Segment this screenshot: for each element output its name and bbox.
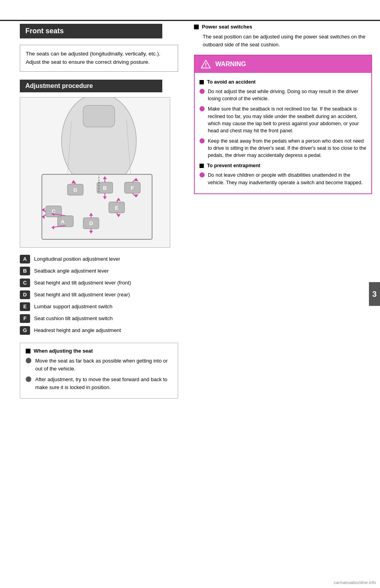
warn-bullet-1: Do not adjust the seat while driving. Do… <box>200 88 367 102</box>
right-top-content: Power seat switches The seat position ca… <box>194 24 372 48</box>
note-header-text: When adjusting the seat <box>34 347 93 355</box>
control-label-row-g: GHeadrest height and angle adjustment <box>20 326 178 335</box>
control-description-f: Seat cushion tilt adjustment switch <box>34 314 178 322</box>
note-header: When adjusting the seat <box>26 347 172 355</box>
right-top-header-text: Power seat switches <box>202 24 252 30</box>
warn-section1-text: To avoid an accident <box>207 78 256 86</box>
control-letter-f: F <box>20 314 30 323</box>
seat-svg: A B C D E F G <box>20 97 170 247</box>
adjustment-header: Adjustment procedure <box>20 80 162 92</box>
control-letter-c: C <box>20 279 30 287</box>
warn-section2-header: To prevent entrapment <box>200 162 367 169</box>
control-label-row-d: DSeat height and tilt adjustment lever (… <box>20 290 178 299</box>
control-letter-d: D <box>20 290 30 299</box>
section-title: Front seats <box>20 24 162 38</box>
note-bullet-1-text: Move the seat as far back as possible wh… <box>35 357 172 372</box>
warn-bullet-1-text: Do not adjust the seat while driving. Do… <box>208 88 367 102</box>
warn-bullet-dot-2 <box>200 106 205 111</box>
section-tab: 3 <box>369 282 380 306</box>
control-letter-b: B <box>20 267 30 275</box>
warn-sq-icon-2 <box>200 164 204 168</box>
svg-rect-4 <box>83 105 115 127</box>
info-box-text: The seats can be adjusted (longitudinall… <box>26 51 160 65</box>
control-description-c: Seat height and tilt adjustment lever (f… <box>34 279 178 286</box>
page-container: Front seats The seats can be adjusted (l… <box>0 0 380 588</box>
control-label-row-e: ELumbar support adjustment switch <box>20 302 178 311</box>
right-top-header-row: Power seat switches <box>194 24 372 30</box>
warn-bullet-4: Do not leave children or people with dis… <box>200 172 367 186</box>
warn-bullet-3-text: Keep the seat away from the pedals when … <box>208 137 367 159</box>
note-bullet-1: Move the seat as far back as possible wh… <box>26 357 172 372</box>
svg-text:G: G <box>73 187 77 193</box>
control-labels: ALongitudinal position adjustment leverB… <box>20 255 178 335</box>
warn-bullet-dot-3 <box>200 138 205 143</box>
section-number: 3 <box>372 290 376 299</box>
warn-section1-header: To avoid an accident <box>200 78 367 86</box>
note-bullet-2: After adjustment, try to move the seat f… <box>26 376 172 391</box>
svg-text:B: B <box>103 185 106 191</box>
warning-content: To avoid an accident Do not adjust the s… <box>195 73 371 193</box>
warn-bullet-2-text: Make sure that the seatback is not recli… <box>208 105 367 134</box>
svg-rect-6 <box>58 216 74 227</box>
svg-text:C: C <box>52 208 55 214</box>
warn-bullet-dot-4 <box>200 172 205 178</box>
warning-header: ! WARNING <box>195 55 371 73</box>
warn-bullet-dot-1 <box>200 89 205 94</box>
warn-sq-icon-1 <box>200 80 204 84</box>
note-box: When adjusting the seat Move the seat as… <box>20 343 178 399</box>
control-description-g: Headrest height and angle adjustment <box>34 326 178 334</box>
left-column: Front seats The seats can be adjusted (l… <box>0 0 186 588</box>
bullet-circle-icon-2 <box>26 376 31 382</box>
note-square-icon <box>26 349 30 353</box>
control-letter-a: A <box>20 255 30 263</box>
info-box: The seats can be adjusted (longitudinall… <box>20 45 178 72</box>
warning-title: WARNING <box>215 61 246 68</box>
seat-diagram: A B C D E F G <box>20 97 170 248</box>
warn-bullet-2: Make sure that the seatback is not recli… <box>200 105 367 134</box>
bullet-circle-icon <box>26 358 31 363</box>
svg-text:D: D <box>89 220 93 226</box>
control-description-e: Lumbar support adjustment switch <box>34 302 178 310</box>
control-label-row-f: FSeat cushion tilt adjustment switch <box>20 314 178 323</box>
control-letter-g: G <box>20 326 30 335</box>
svg-text:!: ! <box>205 62 207 68</box>
control-letter-e: E <box>20 302 30 311</box>
control-description-a: Longitudinal position adjustment lever <box>34 255 178 263</box>
warn-bullet-3: Keep the seat away from the pedals when … <box>200 137 367 159</box>
right-column: Power seat switches The seat position ca… <box>186 0 380 588</box>
control-label-row-a: ALongitudinal position adjustment lever <box>20 255 178 263</box>
warning-box: ! WARNING To avoid an accident Do not ad… <box>194 55 372 194</box>
svg-text:F: F <box>131 185 134 191</box>
svg-text:A: A <box>61 219 65 225</box>
control-label-row-c: CSeat height and tilt adjustment lever (… <box>20 279 178 287</box>
right-top-description: The seat position can be adjusted using … <box>203 34 365 48</box>
warning-triangle-icon: ! <box>200 59 211 70</box>
note-bullet-2-text: After adjustment, try to move the seat f… <box>35 376 172 391</box>
control-description-d: Seat height and tilt adjustment lever (r… <box>34 290 178 298</box>
right-sq-icon <box>194 25 199 29</box>
watermark: carmanualsonline.info <box>334 580 376 585</box>
control-label-row-b: BSeatback angle adjustment lever <box>20 267 178 275</box>
svg-text:E: E <box>115 204 118 210</box>
control-description-b: Seatback angle adjustment lever <box>34 267 178 275</box>
warn-section2-text: To prevent entrapment <box>207 162 260 169</box>
warn-bullet-4-text: Do not leave children or people with dis… <box>208 172 367 186</box>
